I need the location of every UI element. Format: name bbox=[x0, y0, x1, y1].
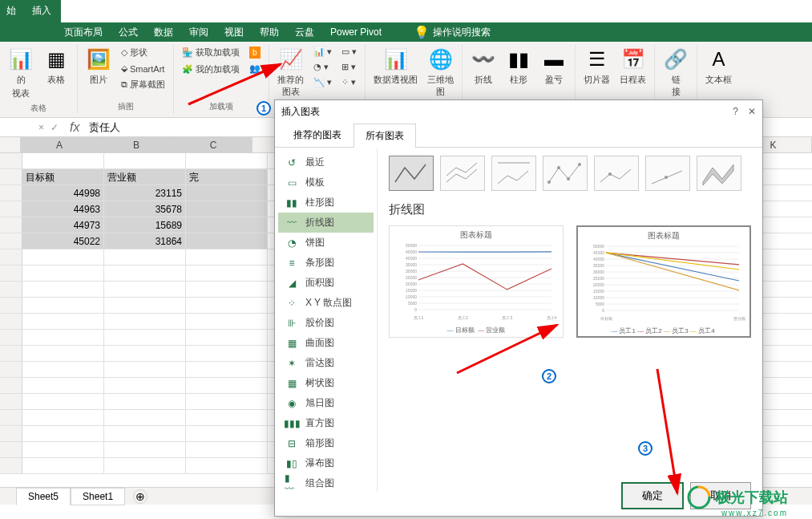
cell[interactable] bbox=[104, 314, 186, 329]
cell[interactable] bbox=[22, 362, 104, 377]
type-pie[interactable]: ◔饼图 bbox=[278, 233, 374, 253]
cell[interactable] bbox=[22, 426, 104, 441]
cell[interactable] bbox=[186, 314, 268, 329]
sparkline-column-button[interactable]: ▮▮柱形 bbox=[503, 45, 535, 87]
menu-help[interactable]: 帮助 bbox=[260, 26, 279, 39]
subtype-line-markers[interactable] bbox=[543, 156, 588, 191]
column-chart-drop[interactable]: 📊▾ bbox=[310, 45, 335, 59]
sheet-tab-sheet1[interactable]: Sheet1 bbox=[71, 488, 125, 505]
menu-review[interactable]: 审阅 bbox=[189, 26, 208, 39]
cell[interactable] bbox=[104, 282, 186, 297]
hier-chart-drop[interactable]: ▭▾ bbox=[338, 45, 360, 59]
subtype-stacked-markers[interactable] bbox=[594, 156, 639, 191]
cell[interactable] bbox=[186, 330, 268, 345]
my-addins-button[interactable]: 🧩我的加载项 bbox=[179, 62, 243, 77]
type-stock[interactable]: ⊪股价图 bbox=[278, 313, 374, 333]
cell[interactable]: 完 bbox=[186, 169, 268, 184]
pivotchart-button[interactable]: 📊 数据透视图 bbox=[370, 45, 421, 87]
sparkline-winloss-button[interactable]: ▬盈亏 bbox=[538, 45, 570, 87]
stat-chart-drop[interactable]: ⊞▾ bbox=[338, 60, 360, 74]
tab-insert[interactable]: 插入 bbox=[22, 0, 61, 22]
cell[interactable] bbox=[22, 410, 104, 425]
cell[interactable] bbox=[186, 410, 268, 425]
cell[interactable] bbox=[186, 458, 268, 473]
cell[interactable]: 31864 bbox=[104, 233, 186, 249]
type-histogram[interactable]: ▮▮▮直方图 bbox=[278, 413, 374, 433]
cell[interactable] bbox=[186, 298, 268, 313]
cell[interactable] bbox=[22, 458, 104, 473]
cell[interactable] bbox=[22, 153, 104, 168]
type-bar[interactable]: ≡条形图 bbox=[278, 253, 374, 273]
cell[interactable]: 44963 bbox=[22, 201, 104, 217]
menu-data[interactable]: 数据 bbox=[154, 26, 173, 39]
subtype-stacked-line[interactable] bbox=[440, 156, 485, 191]
cell[interactable] bbox=[22, 346, 104, 361]
cell[interactable] bbox=[22, 378, 104, 393]
cell[interactable] bbox=[22, 298, 104, 313]
type-combo[interactable]: ▮〰组合图 bbox=[278, 473, 374, 493]
type-line[interactable]: 〰折线图 bbox=[278, 213, 374, 233]
cell[interactable]: 44998 bbox=[22, 185, 104, 201]
cell[interactable] bbox=[186, 378, 268, 393]
scatter-chart-drop[interactable]: ⁘▾ bbox=[338, 75, 360, 89]
map3d-button[interactable]: 🌐 三维地 图 bbox=[424, 45, 457, 99]
bing-button[interactable]: b bbox=[246, 45, 264, 60]
cell[interactable]: 目标额 bbox=[22, 169, 104, 184]
cell[interactable] bbox=[186, 426, 268, 441]
cell[interactable] bbox=[22, 266, 104, 281]
type-treemap[interactable]: ▦树状图 bbox=[278, 373, 374, 393]
cell[interactable] bbox=[186, 201, 268, 217]
cell[interactable] bbox=[22, 249, 104, 265]
cell[interactable]: 45022 bbox=[22, 233, 104, 249]
cell[interactable] bbox=[186, 394, 268, 409]
type-xy[interactable]: ⁘X Y 散点图 bbox=[278, 293, 374, 313]
type-templates[interactable]: ▭模板 bbox=[278, 172, 374, 193]
cell[interactable] bbox=[104, 346, 186, 361]
type-waterfall[interactable]: ▮▯瀑布图 bbox=[278, 453, 374, 473]
slicer-button[interactable]: ☰切片器 bbox=[580, 45, 613, 87]
cell[interactable] bbox=[104, 362, 186, 377]
col-header-a[interactable]: A bbox=[21, 137, 98, 152]
menu-view[interactable]: 视图 bbox=[224, 26, 244, 39]
cell[interactable] bbox=[22, 282, 104, 297]
cell[interactable] bbox=[104, 378, 186, 393]
cell[interactable] bbox=[104, 458, 186, 473]
menu-page-layout[interactable]: 页面布局 bbox=[64, 26, 103, 39]
search-help[interactable]: 操作说明搜索 bbox=[433, 26, 491, 39]
cell[interactable] bbox=[22, 330, 104, 345]
cell[interactable] bbox=[186, 362, 268, 377]
type-radar[interactable]: ✶雷达图 bbox=[278, 353, 374, 373]
cell[interactable] bbox=[186, 233, 268, 249]
cell[interactable] bbox=[186, 442, 268, 457]
recommended-charts-button[interactable]: 📈 推荐的 图表 bbox=[274, 45, 307, 99]
timeline-button[interactable]: 📅日程表 bbox=[616, 45, 649, 87]
cell[interactable]: 23115 bbox=[104, 185, 186, 201]
dialog-tab-recommended[interactable]: 推荐的图表 bbox=[281, 123, 353, 147]
type-sunburst[interactable]: ◉旭日图 bbox=[278, 393, 374, 413]
accept-formula-icon[interactable]: ✓ bbox=[50, 122, 59, 133]
screenshot-button[interactable]: ⧉屏幕截图 bbox=[118, 77, 168, 92]
cell[interactable] bbox=[186, 217, 268, 233]
cell[interactable]: 15689 bbox=[104, 217, 186, 233]
cell[interactable] bbox=[186, 282, 268, 297]
cell[interactable] bbox=[22, 314, 104, 329]
tab-begin[interactable]: 始 bbox=[0, 0, 22, 22]
cell[interactable] bbox=[104, 330, 186, 345]
fx-icon[interactable]: fx bbox=[65, 120, 84, 135]
cell[interactable] bbox=[22, 442, 104, 457]
cell[interactable] bbox=[186, 346, 268, 361]
cell[interactable] bbox=[186, 185, 268, 201]
pie-chart-drop[interactable]: ◔▾ bbox=[310, 60, 335, 74]
cell[interactable] bbox=[104, 394, 186, 409]
line-chart-drop[interactable]: 📉▾ bbox=[310, 75, 335, 89]
preview-chart-1[interactable]: 图表标题 05000100001500020000250003000035000… bbox=[389, 225, 564, 338]
cell[interactable] bbox=[22, 394, 104, 409]
table-button[interactable]: ▦ 表格 bbox=[40, 45, 72, 87]
dialog-tab-all[interactable]: 所有图表 bbox=[353, 124, 416, 148]
people-button[interactable]: 👥 bbox=[246, 62, 264, 75]
col-header-b[interactable]: B bbox=[98, 137, 175, 152]
cell[interactable] bbox=[186, 153, 268, 168]
get-addins-button[interactable]: 🏪获取加载项 bbox=[179, 45, 243, 60]
preview-chart-2[interactable]: 图表标题 05000100001500020000250003000035000… bbox=[576, 225, 751, 338]
menu-cloud[interactable]: 云盘 bbox=[295, 26, 314, 39]
